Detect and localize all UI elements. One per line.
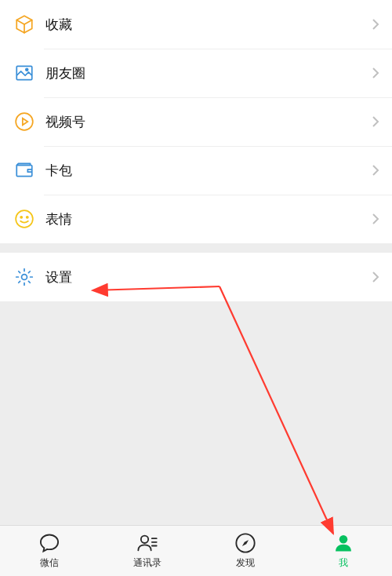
chevron-right-icon <box>372 213 379 225</box>
menu-label: 表情 <box>45 210 372 228</box>
menu-group-1: 收藏 朋友圈 <box>0 0 392 243</box>
tab-label: 微信 <box>40 556 59 570</box>
person-icon <box>332 532 354 554</box>
menu-item-favorites[interactable]: 收藏 <box>0 0 392 49</box>
tab-bar: 微信 通讯录 发现 我 <box>0 525 392 576</box>
tab-label: 通讯录 <box>133 556 162 570</box>
menu-item-settings[interactable]: 设置 <box>0 253 392 301</box>
svg-point-4 <box>16 210 33 228</box>
svg-point-7 <box>22 275 27 280</box>
tab-label: 我 <box>339 556 348 570</box>
svg-point-6 <box>27 217 28 218</box>
gear-icon <box>14 267 34 287</box>
me-menu-list: 收藏 朋友圈 <box>0 0 392 505</box>
chevron-right-icon <box>372 115 379 128</box>
contacts-icon <box>136 532 158 554</box>
svg-point-10 <box>339 535 347 544</box>
svg-point-2 <box>16 113 33 130</box>
chat-bubble-icon <box>38 532 60 554</box>
play-circle-icon <box>14 111 34 132</box>
menu-group-2: 设置 <box>0 253 392 301</box>
menu-label: 设置 <box>45 268 372 286</box>
section-divider <box>0 243 392 253</box>
tab-label: 发现 <box>236 556 255 570</box>
tab-me[interactable]: 我 <box>294 526 392 576</box>
menu-item-channels[interactable]: 视频号 <box>0 97 392 146</box>
tab-chats[interactable]: 微信 <box>0 526 98 576</box>
empty-space <box>0 301 392 505</box>
chevron-right-icon <box>372 164 379 177</box>
menu-item-stickers[interactable]: 表情 <box>0 195 392 243</box>
menu-label: 收藏 <box>45 16 372 34</box>
compass-icon <box>234 532 256 554</box>
menu-item-moments[interactable]: 朋友圈 <box>0 49 392 97</box>
menu-item-cards[interactable]: 卡包 <box>0 146 392 195</box>
tab-contacts[interactable]: 通讯录 <box>98 526 196 576</box>
svg-point-8 <box>140 536 147 543</box>
chevron-right-icon <box>372 67 379 79</box>
cube-icon <box>14 14 34 35</box>
wallet-icon <box>14 160 34 180</box>
smile-icon <box>14 209 34 229</box>
svg-rect-3 <box>16 166 32 177</box>
svg-point-5 <box>20 217 22 218</box>
svg-point-1 <box>26 68 28 71</box>
chevron-right-icon <box>372 18 379 31</box>
chevron-right-icon <box>372 271 379 283</box>
gallery-icon <box>14 63 34 83</box>
menu-label: 朋友圈 <box>45 64 372 82</box>
menu-label: 视频号 <box>45 113 372 131</box>
menu-label: 卡包 <box>45 162 372 180</box>
tab-discover[interactable]: 发现 <box>196 526 294 576</box>
